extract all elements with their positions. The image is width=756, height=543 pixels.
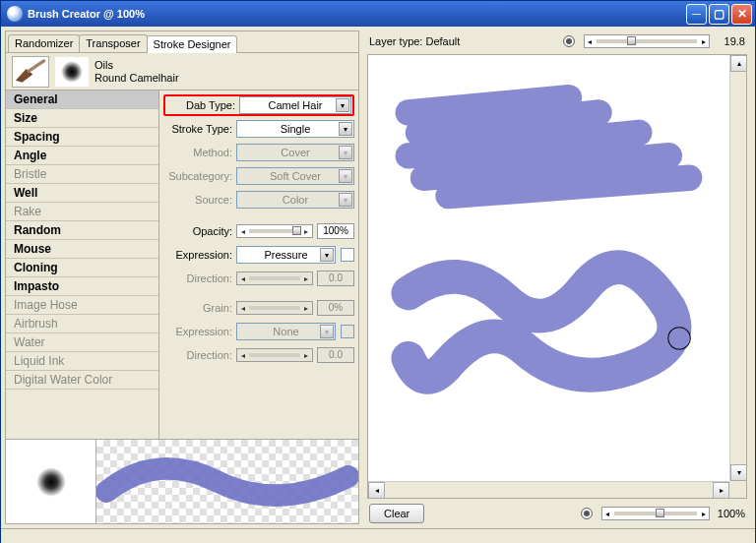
subcategory-label: Subcategory: (163, 170, 236, 182)
stroke-type-select[interactable]: Single▾ (236, 120, 354, 138)
cat-rake[interactable]: Rake (6, 203, 158, 221)
expression2-select: None▾ (236, 323, 336, 340)
opacity-slider[interactable]: ◂▸ (236, 224, 313, 238)
brush-header-row: Oils Round Camelhair (6, 53, 358, 90)
subcategory-select: Soft Cover▾ (236, 167, 354, 185)
direction2-value: 0.0 (317, 347, 354, 363)
method-label: Method: (163, 147, 236, 158)
tab-randomizer[interactable]: Randomizer (8, 34, 80, 52)
brush-category-label: Oils (94, 59, 179, 72)
expression2-invert-checkbox (341, 325, 354, 338)
opacity-label: Opacity: (163, 225, 236, 237)
grain-slider: ◂▸ (236, 301, 313, 315)
close-button[interactable]: ✕ (731, 4, 752, 25)
scrollbar-corner (729, 481, 746, 498)
minimize-button[interactable]: ─ (686, 4, 707, 25)
expression1-invert-checkbox[interactable] (341, 248, 354, 262)
grain-label: Grain: (163, 302, 236, 314)
layer-type-label: Layer type: Default (369, 35, 557, 47)
status-bar (1, 528, 755, 543)
horizontal-scrollbar[interactable]: ◂ ▸ (368, 481, 729, 498)
cat-general[interactable]: General (6, 90, 158, 109)
chevron-down-icon: ▾ (320, 325, 334, 338)
layer-header: Layer type: Default ◂▸ 19.8 (363, 30, 751, 52)
stroke-preview (96, 440, 358, 523)
canvas-frame: ▴ ▾ ◂ ▸ (367, 54, 747, 499)
chevron-down-icon[interactable]: ▾ (339, 122, 352, 136)
chevron-down-icon: ▾ (339, 169, 352, 183)
brush-category-icon[interactable] (12, 56, 49, 88)
size-slider[interactable]: ◂▸ (584, 34, 710, 48)
scroll-up-icon[interactable]: ▴ (730, 55, 747, 72)
direction1-value: 0.0 (317, 271, 354, 286)
app-icon (7, 6, 23, 22)
vertical-scrollbar[interactable]: ▴ ▾ (729, 55, 746, 481)
cat-angle[interactable]: Angle (6, 147, 158, 165)
right-pane: Layer type: Default ◂▸ 19.8 ▴ ▾ (363, 30, 751, 524)
chevron-down-icon: ▾ (339, 146, 352, 159)
zoom-slider[interactable]: ◂▸ (601, 507, 710, 520)
cat-liquid-ink[interactable]: Liquid Ink (6, 352, 158, 371)
dab-preview (6, 440, 96, 523)
scroll-down-icon[interactable]: ▾ (730, 464, 747, 481)
chevron-down-icon[interactable]: ▾ (320, 248, 334, 262)
expression1-label: Expression: (163, 249, 236, 261)
cat-cloning[interactable]: Cloning (6, 259, 158, 277)
direction1-slider: ◂▸ (236, 272, 313, 285)
cat-water[interactable]: Water (6, 333, 158, 352)
direction2-label: Direction: (163, 349, 236, 361)
dab-type-select[interactable]: Camel Hair▾ (239, 96, 351, 114)
tab-transposer[interactable]: Transposer (79, 34, 147, 52)
tab-stroke-designer[interactable]: Stroke Designer (147, 35, 238, 53)
chevron-down-icon[interactable]: ▾ (336, 98, 349, 112)
expression2-label: Expression: (163, 326, 236, 337)
cat-airbrush[interactable]: Airbrush (6, 315, 158, 333)
cat-mouse[interactable]: Mouse (6, 240, 158, 259)
cat-digital-water-color[interactable]: Digital Water Color (6, 371, 158, 390)
method-select: Cover▾ (236, 144, 354, 161)
cat-image-hose[interactable]: Image Hose (6, 296, 158, 315)
scroll-right-icon[interactable]: ▸ (713, 482, 729, 499)
category-list: General Size Spacing Angle Bristle Well … (6, 90, 159, 439)
canvas-content[interactable] (368, 55, 729, 481)
direction1-label: Direction: (163, 272, 236, 284)
tabs-row: Randomizer Transposer Stroke Designer (6, 31, 358, 53)
window-title: Brush Creator @ 100% (28, 8, 686, 20)
grain-value: 0% (317, 300, 354, 316)
bottom-preview-row (6, 440, 358, 523)
titlebar: Brush Creator @ 100% ─ ▢ ✕ (1, 1, 755, 27)
cat-size[interactable]: Size (6, 109, 158, 128)
brush-dab-icon[interactable] (55, 57, 89, 87)
clear-button[interactable]: Clear (369, 504, 424, 523)
stroke-type-label: Stroke Type: (163, 123, 236, 135)
expression1-select[interactable]: Pressure▾ (236, 246, 336, 264)
size-value: 19.8 (716, 35, 745, 47)
source-select: Color▾ (236, 191, 354, 209)
chevron-down-icon: ▾ (339, 193, 352, 207)
cat-random[interactable]: Random (6, 221, 158, 240)
direction2-slider: ◂▸ (236, 348, 313, 362)
opacity-value[interactable]: 100% (317, 223, 354, 239)
cat-well[interactable]: Well (6, 184, 158, 203)
left-pane: Randomizer Transposer Stroke Designer Oi… (5, 30, 359, 524)
size-radio[interactable] (563, 35, 575, 47)
zoom-value: 100% (716, 508, 745, 519)
bottom-bar: Clear ◂▸ 100% (363, 503, 751, 524)
properties-column: Dab Type: Camel Hair▾ Stroke Type: Singl… (159, 90, 358, 439)
cat-bristle[interactable]: Bristle (6, 165, 158, 184)
dab-type-label: Dab Type: (166, 99, 239, 111)
scroll-left-icon[interactable]: ◂ (368, 482, 385, 499)
source-label: Source: (163, 194, 236, 206)
cat-impasto[interactable]: Impasto (6, 277, 158, 296)
maximize-button[interactable]: ▢ (709, 4, 729, 25)
zoom-radio[interactable] (581, 508, 593, 519)
cat-spacing[interactable]: Spacing (6, 128, 158, 147)
brush-variant-label: Round Camelhair (94, 72, 179, 85)
